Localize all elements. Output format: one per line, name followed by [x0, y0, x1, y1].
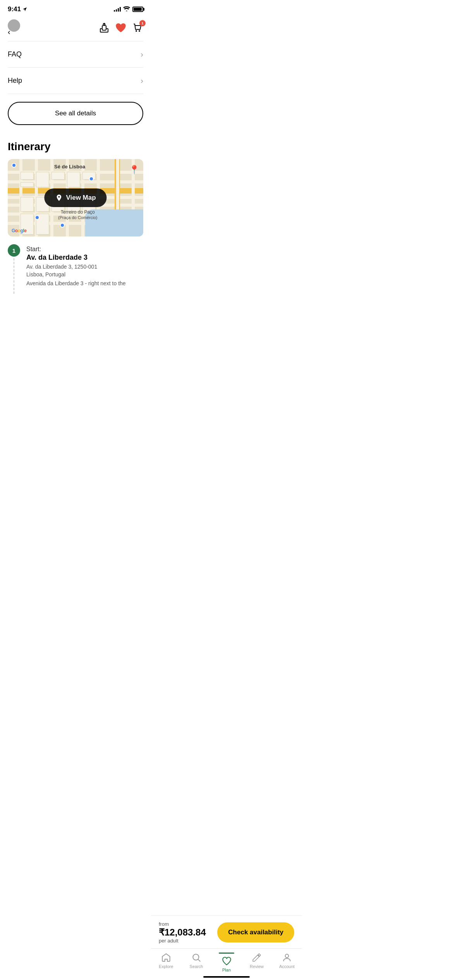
- back-button[interactable]: ‹: [8, 27, 10, 36]
- pin-icon: [55, 194, 63, 202]
- see-all-details-button[interactable]: See all details: [8, 102, 143, 125]
- faq-chevron-icon: ›: [141, 50, 143, 59]
- google-logo: Google: [12, 228, 26, 233]
- step-1-name: Av. da Liberdade 3: [26, 254, 126, 262]
- view-map-button[interactable]: View Map: [44, 188, 106, 207]
- wifi-svg: [123, 6, 130, 11]
- header-actions: 1: [99, 22, 143, 33]
- itinerary-section: Itinerary: [0, 131, 151, 236]
- time-label: 9:41: [8, 5, 21, 13]
- step-1-content: Start: Av. da Liberdade 3 Av. da Liberda…: [26, 244, 126, 294]
- svg-rect-0: [102, 26, 106, 30]
- step-1-line: [14, 258, 14, 294]
- step-1-left: 1: [8, 244, 20, 294]
- map-blue-marker-3: [35, 215, 39, 220]
- status-time: 9:41: [8, 5, 27, 13]
- itinerary-steps: 1 Start: Av. da Liberdade 3 Av. da Liber…: [0, 244, 151, 297]
- back-area[interactable]: ‹: [8, 19, 25, 36]
- see-all-container: See all details: [0, 94, 151, 131]
- share-button[interactable]: [99, 22, 109, 33]
- step-1-address: Av. da Liberdade 3, 1250-001Lisboa, Port…: [26, 263, 126, 278]
- step-1-desc: Avenida da Liberdade 3 - right next to t…: [26, 280, 126, 288]
- cart-wrapper[interactable]: 1: [132, 22, 143, 33]
- favorite-button[interactable]: [115, 23, 126, 33]
- header-left: ‹: [8, 19, 25, 36]
- header: ‹: [0, 16, 151, 41]
- faq-list-item[interactable]: FAQ ›: [0, 41, 151, 67]
- map-blue-marker-4: [60, 223, 65, 228]
- map-label-terreiro: Terreiro do Paço(Praça do Comércio): [58, 209, 97, 220]
- help-chevron-icon: ›: [141, 76, 143, 85]
- step-1: 1 Start: Av. da Liberdade 3 Av. da Liber…: [8, 244, 143, 297]
- map-background: 📍 Sé de Lisboa Terreiro do Paço(Praça do…: [8, 159, 143, 236]
- map-blue-marker-1: [12, 163, 16, 168]
- map-blue-marker-2: [89, 176, 94, 181]
- share-icon: [99, 22, 109, 33]
- itinerary-title: Itinerary: [8, 140, 143, 153]
- heart-icon: [115, 23, 126, 33]
- step-1-label: Start:: [26, 246, 126, 253]
- help-list-item[interactable]: Help ›: [0, 68, 151, 94]
- map-pin-icon: 📍: [129, 165, 139, 175]
- view-map-label: View Map: [66, 194, 96, 202]
- status-bar: 9:41: [0, 0, 151, 16]
- signal-icon: [114, 7, 121, 12]
- wifi-icon: [123, 6, 130, 12]
- svg-point-2: [139, 30, 140, 32]
- svg-point-1: [136, 30, 137, 32]
- step-1-number: 1: [8, 244, 20, 257]
- cart-badge: 1: [139, 20, 146, 26]
- map-container[interactable]: 📍 Sé de Lisboa Terreiro do Paço(Praça do…: [8, 159, 143, 236]
- help-label: Help: [8, 77, 22, 85]
- status-icons: [114, 6, 143, 12]
- location-arrow-icon: [22, 7, 27, 12]
- map-label-se: Sé de Lisboa: [54, 164, 85, 170]
- battery-icon: [132, 7, 143, 12]
- faq-label: FAQ: [8, 50, 22, 58]
